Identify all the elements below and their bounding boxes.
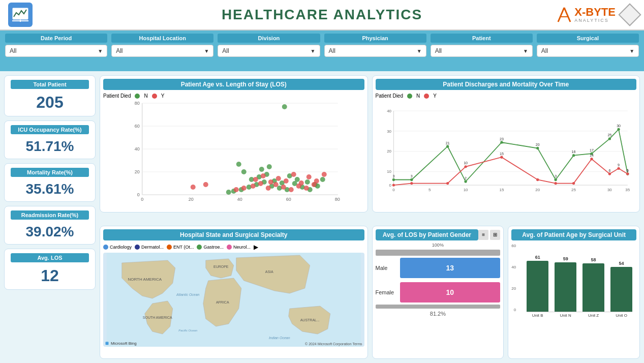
svg-text:60: 60	[286, 197, 291, 202]
chevron-down-icon: ▼	[98, 48, 103, 54]
svg-text:30: 30	[617, 124, 621, 128]
svg-text:Indian Ocean: Indian Ocean	[269, 336, 290, 340]
legend-more-icon[interactable]: ▶	[254, 244, 258, 251]
scatter-legend-n: N	[144, 93, 147, 99]
gender-female-bar: 10	[400, 282, 501, 302]
svg-point-94	[410, 178, 413, 181]
kpi-readmission-rate: Readmission Rate(%) 39.02%	[4, 206, 96, 245]
gender-male-bar: 13	[400, 258, 501, 278]
svg-text:AFRICA: AFRICA	[216, 300, 229, 304]
svg-text:5: 5	[428, 188, 431, 192]
kpi-mortality-rate: Mortality Rate(%) 35.61%	[4, 163, 96, 202]
filter-physician-select[interactable]: All ▼	[324, 45, 426, 57]
svg-point-70	[314, 178, 319, 184]
chevron-down-icon: ▼	[204, 48, 209, 54]
page-title: HEALTHCARE ANALYTICS	[222, 7, 422, 23]
svg-text:25: 25	[571, 188, 576, 192]
svg-point-121	[500, 156, 503, 159]
kpi-mortality-label: Mortality Rate(%)	[11, 168, 89, 177]
svg-text:3: 3	[555, 174, 557, 178]
svg-point-68	[299, 180, 304, 186]
scatter-chart-title: Patient Age vs. Length of Stay (LOS)	[103, 79, 364, 90]
age-bars-container: 61 59 58 54	[527, 244, 632, 312]
age-x-label-unit-b: Unit B	[527, 313, 548, 318]
svg-point-46	[241, 169, 247, 174]
svg-text:40: 40	[135, 146, 140, 152]
kpi-avg-los: Avg. LOS 12	[4, 249, 96, 290]
svg-text:10: 10	[463, 188, 468, 192]
logo: X-BYTE ANALYTICS	[557, 7, 616, 23]
filter-hospital-location: Hospital Location All ▼	[111, 34, 213, 68]
svg-point-64	[268, 179, 273, 185]
filter-surgical-select[interactable]: All ▼	[537, 45, 639, 57]
age-x-label-unit-z: Unit Z	[582, 313, 604, 318]
bottom-right: Avg. of LOS by Patient Gender ≡ ⊞ 100% M…	[372, 226, 640, 359]
svg-point-63	[261, 173, 266, 178]
svg-point-66	[284, 178, 289, 184]
svg-text:17: 17	[590, 148, 594, 153]
svg-point-55	[273, 182, 279, 187]
svg-text:40: 40	[237, 197, 242, 202]
map-area: NORTH AMERICA SOUTH AMERICA EUROPE AFRIC…	[103, 253, 364, 347]
gender-progress-bar	[376, 250, 501, 256]
filter-patient-select[interactable]: All ▼	[431, 45, 533, 57]
gender-bottom-bar	[376, 305, 501, 309]
svg-point-119	[446, 182, 448, 185]
svg-text:6: 6	[608, 169, 610, 173]
svg-text:40: 40	[387, 109, 391, 113]
discharge-legend-y: Y	[433, 93, 437, 99]
map-panel-title: Hospital State and Surgical Specialty	[103, 229, 364, 240]
age-unit-chart-title: Avg. of Patient Age by Surgical Unit	[511, 229, 636, 240]
app-icon	[8, 3, 33, 27]
svg-point-61	[234, 187, 239, 192]
svg-point-103	[617, 128, 620, 131]
svg-text:20: 20	[189, 197, 194, 202]
neuro-dot	[227, 245, 232, 250]
svg-point-120	[464, 165, 467, 168]
svg-point-67	[291, 172, 296, 177]
svg-text:14: 14	[590, 154, 594, 158]
svg-text:25: 25	[607, 133, 611, 137]
svg-point-65	[276, 176, 281, 181]
filter-icon-btn[interactable]: ≡	[478, 230, 488, 240]
svg-line-3	[558, 8, 564, 22]
age-bar-unit-z: 58	[582, 257, 604, 312]
filter-hospital-select[interactable]: All ▼	[111, 45, 213, 57]
scatter-svg: 0 20 40 60 80 0 20 40 60 80	[103, 101, 364, 202]
filter-division-select[interactable]: All ▼	[218, 45, 320, 57]
svg-text:21: 21	[445, 141, 449, 145]
gender-progress-label: 100%	[376, 243, 501, 248]
svg-text:15: 15	[499, 188, 504, 192]
gender-chart-panel: Avg. of LOS by Patient Gender ≡ ⊞ 100% M…	[372, 226, 504, 359]
gender-female-label: Female	[376, 289, 396, 295]
age-bar-unit-b: 61	[527, 255, 548, 312]
svg-text:30: 30	[387, 129, 391, 134]
scatter-legend-n-dot	[135, 94, 140, 99]
svg-text:0: 0	[392, 188, 395, 192]
svg-point-42	[305, 179, 310, 185]
svg-point-98	[536, 147, 539, 149]
chevron-down-icon: ▼	[523, 48, 528, 54]
svg-text:20: 20	[535, 143, 539, 147]
filter-division-label: Division	[218, 34, 320, 43]
svg-text:NORTH AMERICA: NORTH AMERICA	[128, 277, 162, 282]
svg-point-41	[295, 177, 300, 182]
legend-dermatology: Dermatol...	[135, 245, 164, 250]
kpi-total-patient: Total Patient 205	[4, 75, 96, 116]
svg-point-69	[306, 174, 312, 179]
svg-point-56	[281, 185, 286, 190]
scatter-chart-panel: Patient Age vs. Length of Stay (LOS) Pat…	[100, 75, 368, 213]
gender-female-row: Female 10	[376, 282, 501, 302]
expand-icon-btn[interactable]: ⊞	[490, 230, 500, 240]
filter-date-period-select[interactable]: All ▼	[5, 45, 107, 57]
svg-point-45	[226, 190, 231, 195]
svg-text:9: 9	[618, 163, 620, 167]
kpi-readmission-label: Readmission Rate(%)	[11, 210, 89, 220]
svg-point-50	[259, 167, 264, 172]
svg-text:30: 30	[607, 188, 611, 192]
discharge-svg: 0 10 20 30 40 0 5 10 15 20 25 30 35	[376, 101, 637, 200]
gender-chart-title: Avg. of LOS by Patient Gender	[376, 229, 479, 240]
svg-text:AUSTRAL...: AUSTRAL...	[300, 318, 320, 322]
legend-gastro: Gastroe...	[197, 245, 224, 250]
svg-text:EUROPE: EUROPE	[213, 265, 229, 268]
